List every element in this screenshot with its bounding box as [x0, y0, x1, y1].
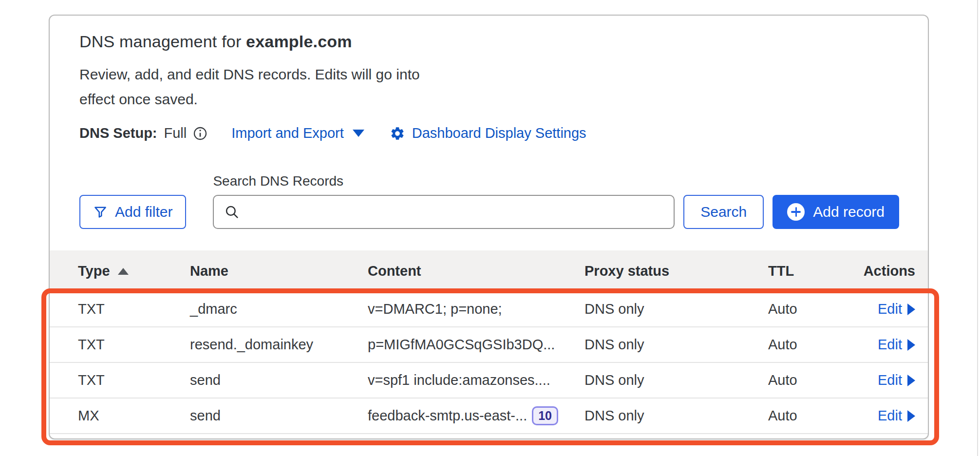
column-header-ttl[interactable]: TTL — [768, 263, 860, 279]
cell-actions: Edit — [860, 408, 928, 424]
cell-name: send — [190, 408, 368, 424]
plus-icon — [787, 203, 805, 221]
edit-button[interactable]: Edit — [878, 408, 915, 424]
table-row: MX send feedback-smtp.us-east-... 10 DNS… — [50, 399, 928, 434]
cell-content: p=MIGfMA0GCSqGSIb3DQ... — [368, 337, 584, 353]
dashboard-display-settings-link[interactable]: Dashboard Display Settings — [390, 125, 586, 141]
cell-content-text: feedback-smtp.us-east-... — [368, 408, 527, 424]
search-button[interactable]: Search — [683, 195, 764, 229]
cell-proxy-status: DNS only — [584, 372, 768, 388]
cell-ttl: Auto — [768, 301, 860, 317]
table-row: TXT _dmarc v=DMARC1; p=none; DNS only Au… — [50, 292, 928, 327]
filter-icon — [93, 205, 108, 219]
edit-label: Edit — [878, 372, 902, 388]
dns-records-table: Type Name Content Proxy status TTL Actio… — [50, 250, 928, 434]
sort-ascending-icon — [118, 268, 129, 275]
column-header-ttl-label: TTL — [768, 263, 794, 279]
chevron-right-icon — [907, 375, 915, 386]
edit-button[interactable]: Edit — [878, 337, 915, 353]
dns-management-card: DNS management for example.com Review, a… — [49, 15, 929, 439]
cell-type: MX — [50, 408, 190, 424]
add-record-button[interactable]: Add record — [773, 195, 899, 229]
add-record-label: Add record — [813, 204, 885, 220]
chevron-down-icon — [353, 130, 364, 137]
title-prefix: DNS management for — [79, 32, 246, 51]
cell-ttl: Auto — [768, 408, 860, 424]
cell-content: v=spf1 include:amazonses.... — [368, 372, 584, 388]
table-row: TXT send v=spf1 include:amazonses.... DN… — [50, 363, 928, 399]
cell-ttl: Auto — [768, 372, 860, 388]
cell-actions: Edit — [860, 337, 928, 353]
add-filter-label: Add filter — [115, 204, 172, 220]
table-header-row: Type Name Content Proxy status TTL Actio… — [50, 250, 928, 292]
edit-label: Edit — [878, 408, 902, 424]
column-header-name[interactable]: Name — [190, 263, 368, 279]
page-subtitle: Review, add, and edit DNS records. Edits… — [79, 62, 420, 112]
cell-proxy-status: DNS only — [584, 301, 768, 317]
dns-setup-value: Full — [164, 125, 187, 141]
edit-label: Edit — [878, 337, 902, 353]
cell-actions: Edit — [860, 301, 928, 317]
dns-setup-label: DNS Setup: — [79, 125, 157, 141]
edit-label: Edit — [878, 301, 902, 317]
add-filter-button[interactable]: Add filter — [79, 195, 186, 229]
cell-proxy-status: DNS only — [584, 408, 768, 424]
card-header: DNS management for example.com Review, a… — [50, 16, 928, 141]
cell-type: TXT — [50, 372, 190, 388]
column-header-type-label: Type — [78, 263, 110, 279]
page: DNS management for example.com Review, a… — [0, 0, 980, 456]
cell-name: send — [190, 372, 368, 388]
import-export-label: Import and Export — [231, 125, 344, 141]
cell-content: feedback-smtp.us-east-... 10 — [368, 406, 584, 425]
column-header-content-label: Content — [368, 263, 421, 279]
column-header-name-label: Name — [190, 263, 228, 279]
chevron-right-icon — [907, 410, 915, 422]
cell-proxy-status: DNS only — [584, 337, 768, 353]
cell-actions: Edit — [860, 372, 928, 388]
edit-button[interactable]: Edit — [878, 372, 915, 388]
search-input[interactable] — [248, 196, 664, 228]
column-header-actions: Actions — [860, 263, 928, 279]
edit-button[interactable]: Edit — [878, 301, 915, 317]
search-icon — [224, 204, 240, 220]
cell-type: TXT — [50, 337, 190, 353]
info-icon[interactable] — [192, 126, 208, 141]
column-header-proxy-status[interactable]: Proxy status — [584, 263, 768, 279]
dns-setup-row: DNS Setup: Full Import and Export — [79, 125, 899, 141]
import-export-link[interactable]: Import and Export — [231, 125, 364, 141]
gear-icon — [390, 126, 405, 141]
cell-type: TXT — [50, 301, 190, 317]
cell-name: resend._domainkey — [190, 337, 368, 353]
dashboard-display-settings-label: Dashboard Display Settings — [412, 125, 586, 141]
column-header-type[interactable]: Type — [50, 263, 190, 279]
cell-ttl: Auto — [768, 337, 860, 353]
search-group: Search DNS Records — [213, 173, 675, 229]
domain-name: example.com — [246, 32, 352, 51]
column-header-content[interactable]: Content — [368, 263, 584, 279]
page-title: DNS management for example.com — [79, 32, 899, 51]
priority-badge: 10 — [532, 406, 558, 425]
window-edge-divider — [977, 0, 978, 456]
column-header-proxy-status-label: Proxy status — [584, 263, 669, 279]
chevron-right-icon — [907, 304, 915, 315]
toolbar: Add filter Search DNS Records Search — [50, 173, 928, 229]
cell-name: _dmarc — [190, 301, 368, 317]
search-label: Search DNS Records — [213, 173, 675, 189]
search-input-wrap[interactable] — [213, 195, 675, 229]
table-row: TXT resend._domainkey p=MIGfMA0GCSqGSIb3… — [50, 327, 928, 363]
column-header-actions-label: Actions — [864, 263, 915, 279]
cell-content: v=DMARC1; p=none; — [368, 301, 584, 317]
chevron-right-icon — [907, 339, 915, 351]
